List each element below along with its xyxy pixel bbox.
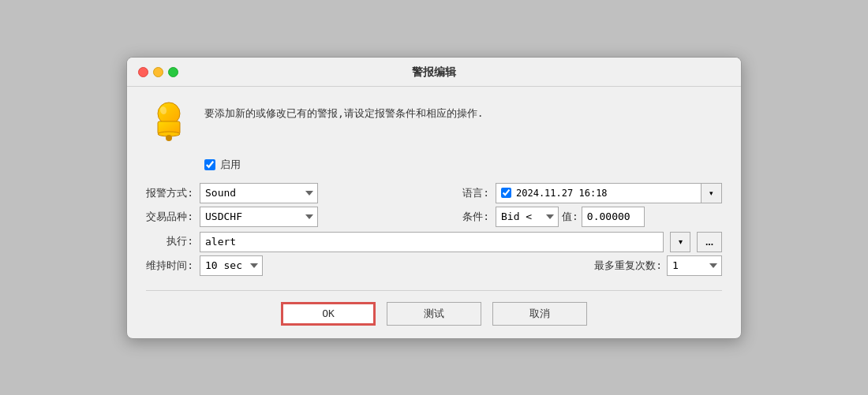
row-alert-language: 报警方式: Sound 语言: 2024.11.27 16:18 ▾ [146, 183, 722, 203]
enable-label: 启用 [220, 158, 241, 172]
alert-method-select[interactable]: Sound [200, 183, 318, 203]
language-group: 语言: 2024.11.27 16:18 ▾ [442, 183, 722, 203]
execute-browse-icon: ... [705, 237, 713, 248]
duration-group: 维持时间: 10 sec [146, 255, 578, 276]
condition-select[interactable]: Bid < [496, 207, 559, 227]
enable-checkbox[interactable] [204, 159, 215, 170]
minimize-button[interactable] [153, 67, 163, 77]
footer-row: OK 测试 取消 [146, 290, 722, 326]
ok-button[interactable]: OK [281, 302, 376, 326]
execute-group: 执行: ▾ ... [146, 230, 722, 252]
window-title: 警报编辑 [412, 65, 456, 80]
language-text-box: 2024.11.27 16:18 [496, 183, 702, 203]
symbol-control: USDCHF [200, 207, 426, 227]
value-label: 值: [562, 210, 578, 224]
alert-method-label: 报警方式: [146, 186, 193, 200]
close-button[interactable] [138, 67, 148, 77]
alert-method-control: Sound [200, 183, 426, 203]
duration-label: 维持时间: [146, 259, 193, 273]
execute-control: ▾ ... [200, 232, 722, 252]
max-repeat-select[interactable]: 1 [667, 255, 722, 276]
repeat-group: 最多重复次数: 1 [594, 255, 722, 276]
row-execute: 执行: ▾ ... [146, 230, 722, 252]
svg-point-3 [166, 135, 172, 141]
condition-group: 条件: Bid < 值: [442, 207, 722, 227]
condition-label: 条件: [442, 210, 489, 224]
symbol-select[interactable]: USDCHF [200, 207, 318, 227]
execute-input[interactable] [200, 232, 664, 252]
condition-value-group: Bid < 值: [496, 207, 645, 227]
value-input[interactable] [582, 207, 645, 227]
alert-method-group: 报警方式: Sound [146, 183, 426, 203]
language-label: 语言: [442, 186, 489, 200]
language-wrapper: 2024.11.27 16:18 ▾ [496, 183, 722, 203]
row-symbol-condition: 交易品种: USDCHF 条件: Bid < 值: [146, 207, 722, 227]
language-value: 2024.11.27 16:18 [516, 188, 608, 199]
max-repeat-label: 最多重复次数: [594, 259, 662, 273]
row-duration-repeat: 维持时间: 10 sec 最多重复次数: 1 [146, 255, 722, 276]
language-dropdown-icon: ▾ [709, 189, 713, 197]
test-button[interactable]: 测试 [387, 302, 481, 326]
language-checkbox[interactable] [501, 188, 511, 198]
symbol-group: 交易品种: USDCHF [146, 207, 426, 227]
cancel-button[interactable]: 取消 [492, 302, 587, 326]
execute-browse-button[interactable]: ... [697, 232, 722, 252]
info-row: 要添加新的或修改已有的警报,请设定报警条件和相应的操作. [146, 99, 722, 145]
execute-dropdown-button[interactable]: ▾ [670, 232, 690, 252]
enable-row: 启用 [204, 158, 722, 172]
info-text: 要添加新的或修改已有的警报,请设定报警条件和相应的操作. [204, 99, 484, 122]
window-content: 要添加新的或修改已有的警报,请设定报警条件和相应的操作. 启用 报警方式: So… [127, 87, 741, 338]
execute-label: 执行: [146, 234, 193, 248]
window-controls [138, 67, 178, 77]
title-bar: 警报编辑 [127, 58, 741, 87]
symbol-label: 交易品种: [146, 210, 193, 224]
maximize-button[interactable] [168, 67, 178, 77]
execute-dropdown-icon: ▾ [679, 237, 683, 246]
language-dropdown-button[interactable]: ▾ [702, 183, 722, 203]
duration-select[interactable]: 10 sec [200, 255, 263, 276]
bell-icon [146, 99, 192, 145]
alert-editor-window: 警报编辑 要 [126, 57, 742, 339]
